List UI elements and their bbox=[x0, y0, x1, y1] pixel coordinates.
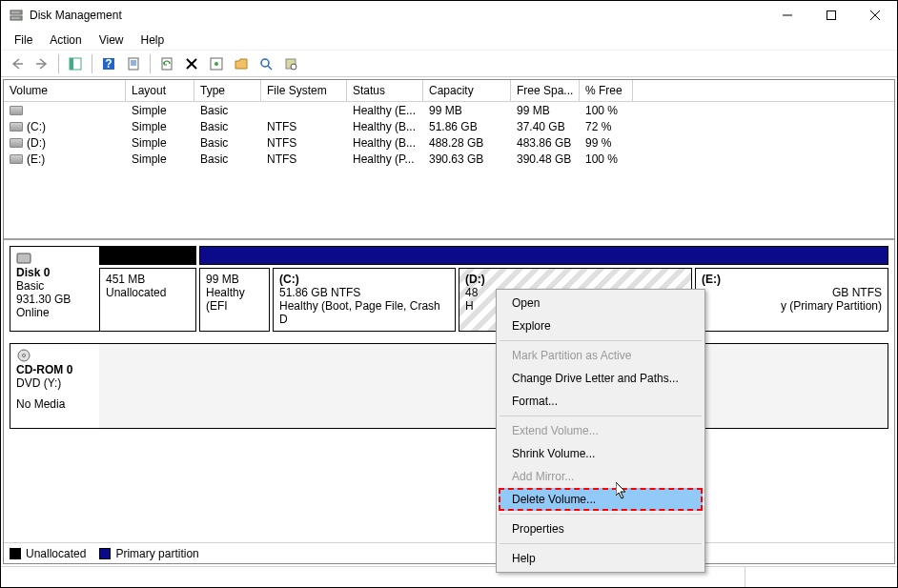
graphical-view: Disk 0 Basic 931.30 GB Online 451 MB bbox=[4, 238, 894, 542]
legend-primary-swatch bbox=[99, 548, 111, 559]
ctx-help[interactable]: Help bbox=[499, 547, 703, 570]
back-button[interactable] bbox=[7, 53, 28, 74]
disk-0-partitions: 451 MB Unallocated 99 MB Healthy (EFI (C… bbox=[99, 246, 888, 332]
stripe-primary bbox=[199, 246, 888, 265]
col-status[interactable]: Status bbox=[347, 80, 423, 101]
cdrom-icon bbox=[16, 348, 31, 363]
toolbar: ? bbox=[1, 51, 897, 77]
maximize-button[interactable] bbox=[809, 1, 853, 30]
partition-boxes: 451 MB Unallocated 99 MB Healthy (EFI (C… bbox=[99, 268, 888, 332]
svg-point-3 bbox=[19, 17, 21, 19]
volume-icon bbox=[10, 106, 23, 115]
cdrom-type: DVD (Y:) bbox=[16, 376, 93, 390]
cdrom-row: CD-ROM 0 DVD (Y:) No Media bbox=[10, 343, 888, 429]
ctx-delete-volume[interactable]: Delete Volume... bbox=[499, 488, 703, 511]
ctx-properties[interactable]: Properties bbox=[499, 517, 703, 540]
disk-management-window: Disk Management File Action View Help ? … bbox=[0, 0, 898, 588]
show-hide-button[interactable] bbox=[65, 53, 86, 74]
volume-row[interactable]: (E:)SimpleBasicNTFSHealthy (P...390.63 G… bbox=[4, 151, 894, 167]
svg-rect-25 bbox=[17, 253, 31, 263]
ctx-separator bbox=[500, 543, 702, 544]
toolbar-separator bbox=[150, 54, 151, 73]
col-type[interactable]: Type bbox=[194, 80, 261, 101]
ctx-separator bbox=[500, 514, 702, 515]
svg-point-21 bbox=[261, 59, 269, 67]
svg-rect-9 bbox=[70, 58, 73, 70]
col-capacity[interactable]: Capacity bbox=[423, 80, 511, 101]
menu-view[interactable]: View bbox=[92, 31, 132, 49]
partition-e[interactable]: (E:) GB NTFS y (Primary Partition) bbox=[695, 268, 888, 332]
legend-primary: Primary partition bbox=[99, 547, 198, 560]
menubar: File Action View Help bbox=[1, 30, 897, 51]
volume-row[interactable]: (D:)SimpleBasicNTFSHealthy (B...488.28 G… bbox=[4, 134, 894, 151]
legend-unallocated: Unallocated bbox=[10, 547, 86, 560]
cdrom-status: No Media bbox=[16, 397, 93, 411]
ctx-extend: Extend Volume... bbox=[499, 419, 703, 442]
svg-text:?: ? bbox=[105, 57, 112, 71]
search-icon[interactable] bbox=[255, 53, 276, 74]
cdrom-name: CD-ROM 0 bbox=[16, 363, 93, 376]
volume-list-header: Volume Layout Type File System Status Ca… bbox=[4, 80, 894, 102]
ctx-explore[interactable]: Explore bbox=[499, 314, 703, 337]
cdrom-info[interactable]: CD-ROM 0 DVD (Y:) No Media bbox=[10, 343, 99, 429]
svg-point-2 bbox=[19, 11, 21, 13]
titlebar: Disk Management bbox=[1, 1, 897, 30]
disk-type: Basic bbox=[16, 279, 93, 293]
svg-point-20 bbox=[214, 62, 218, 66]
cdrom-empty[interactable] bbox=[99, 343, 888, 429]
svg-point-27 bbox=[23, 355, 26, 357]
folder-icon[interactable] bbox=[231, 53, 252, 74]
main-panel: Volume Layout Type File System Status Ca… bbox=[3, 79, 895, 564]
settings-icon[interactable] bbox=[206, 53, 227, 74]
ctx-separator bbox=[500, 416, 702, 416]
delete-icon[interactable] bbox=[181, 53, 202, 74]
minimize-button[interactable] bbox=[765, 1, 809, 30]
toolbar-separator bbox=[92, 54, 92, 73]
ctx-separator bbox=[500, 340, 702, 341]
ctx-mark-active: Mark Partition as Active bbox=[499, 344, 703, 367]
ctx-shrink[interactable]: Shrink Volume... bbox=[499, 442, 703, 465]
volume-row[interactable]: (C:)SimpleBasicNTFSHealthy (B...51.86 GB… bbox=[4, 118, 894, 134]
volume-icon bbox=[10, 138, 23, 148]
col-layout[interactable]: Layout bbox=[126, 80, 194, 101]
partition-efi[interactable]: 99 MB Healthy (EFI bbox=[199, 268, 270, 332]
close-button[interactable] bbox=[853, 1, 897, 30]
disk-icon bbox=[16, 253, 31, 264]
col-spacer bbox=[633, 80, 894, 101]
ctx-change-letter[interactable]: Change Drive Letter and Paths... bbox=[499, 367, 703, 390]
ctx-format[interactable]: Format... bbox=[499, 390, 703, 413]
window-controls bbox=[765, 1, 897, 30]
partition-unallocated[interactable]: 451 MB Unallocated bbox=[99, 268, 196, 332]
window-title: Disk Management bbox=[30, 9, 765, 22]
forward-button[interactable] bbox=[31, 53, 52, 74]
disk-0-info[interactable]: Disk 0 Basic 931.30 GB Online bbox=[10, 246, 99, 332]
ctx-mirror: Add Mirror... bbox=[499, 465, 703, 488]
disk-size: 931.30 GB bbox=[16, 293, 93, 306]
svg-rect-5 bbox=[827, 11, 836, 20]
footer bbox=[1, 566, 897, 587]
properties-button[interactable] bbox=[123, 53, 144, 74]
menu-file[interactable]: File bbox=[7, 31, 40, 49]
refresh-button[interactable] bbox=[156, 53, 177, 74]
partition-c[interactable]: (C:) 51.86 GB NTFS Healthy (Boot, Page F… bbox=[273, 268, 456, 332]
context-menu: Open Explore Mark Partition as Active Ch… bbox=[496, 289, 705, 573]
disk-0-row: Disk 0 Basic 931.30 GB Online 451 MB bbox=[10, 246, 888, 332]
volume-list[interactable]: SimpleBasicHealthy (E...99 MB99 MB100 %(… bbox=[4, 102, 894, 167]
action-icon[interactable] bbox=[280, 53, 301, 74]
menu-help[interactable]: Help bbox=[133, 31, 173, 49]
volume-icon bbox=[10, 154, 23, 164]
col-pct[interactable]: % Free bbox=[580, 80, 633, 101]
col-volume[interactable]: Volume bbox=[4, 80, 126, 101]
legend-unalloc-swatch bbox=[10, 548, 21, 559]
help-button[interactable]: ? bbox=[98, 53, 119, 74]
app-icon bbox=[9, 8, 24, 23]
volume-icon bbox=[10, 122, 23, 132]
partition-headers bbox=[99, 246, 888, 265]
content-area: Volume Layout Type File System Status Ca… bbox=[1, 77, 897, 566]
ctx-open[interactable]: Open bbox=[499, 292, 703, 314]
col-free[interactable]: Free Spa... bbox=[511, 80, 580, 101]
menu-action[interactable]: Action bbox=[42, 31, 89, 49]
legend-bar: Unallocated Primary partition bbox=[4, 542, 894, 563]
col-filesystem[interactable]: File System bbox=[261, 80, 347, 101]
volume-row[interactable]: SimpleBasicHealthy (E...99 MB99 MB100 % bbox=[4, 102, 894, 118]
